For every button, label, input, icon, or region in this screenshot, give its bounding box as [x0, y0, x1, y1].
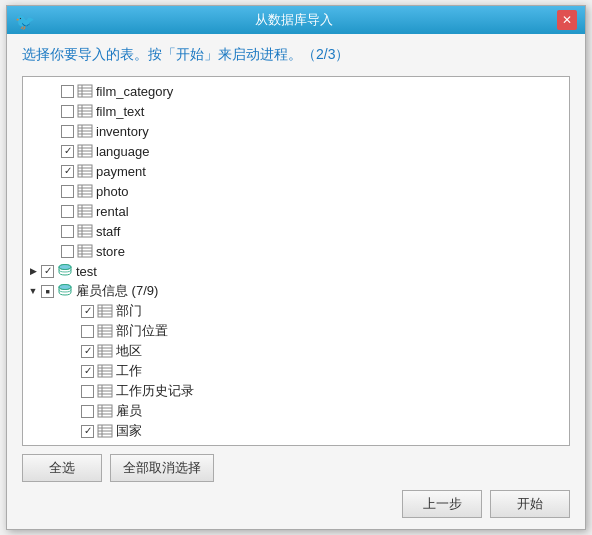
item-label: 工作 — [116, 362, 142, 380]
item-label: rental — [96, 204, 129, 219]
checkbox[interactable] — [81, 365, 94, 378]
list-item[interactable]: 国家 — [23, 421, 569, 441]
content-area: 选择你要导入的表。按「开始」来启动进程。（2/3） film_category … — [7, 34, 585, 530]
instruction-text: 选择你要导入的表。按「开始」来启动进程。（2/3） — [22, 46, 570, 64]
item-label: photo — [96, 184, 129, 199]
checkbox[interactable] — [81, 305, 94, 318]
list-item[interactable]: 部门位置 — [23, 321, 569, 341]
item-label: payment — [96, 164, 146, 179]
table-icon — [97, 344, 113, 358]
table-icon — [97, 324, 113, 338]
table-icon — [77, 244, 93, 258]
selection-buttons: 全选 全部取消选择 — [22, 454, 570, 482]
checkbox[interactable] — [81, 385, 94, 398]
deselect-all-button[interactable]: 全部取消选择 — [110, 454, 214, 482]
table-icon — [77, 184, 93, 198]
svg-point-46 — [59, 265, 71, 270]
main-window: 🐦 从数据库导入 ✕ 选择你要导入的表。按「开始」来启动进程。（2/3） fil… — [6, 5, 586, 530]
list-item[interactable]: store — [23, 241, 569, 261]
collapse-arrow[interactable]: ▼ — [27, 285, 39, 297]
checkbox[interactable] — [81, 425, 94, 438]
checkbox[interactable] — [61, 225, 74, 238]
table-icon — [97, 404, 113, 418]
list-item[interactable]: 工作 — [23, 361, 569, 381]
item-label: 雇员 — [116, 402, 142, 420]
list-item[interactable]: film_text — [23, 101, 569, 121]
svg-point-48 — [59, 285, 71, 290]
checkbox[interactable] — [61, 85, 74, 98]
checkbox[interactable] — [61, 205, 74, 218]
list-item[interactable]: ▶ test — [23, 261, 569, 281]
checkbox[interactable] — [41, 265, 54, 278]
list-item[interactable]: 地区 — [23, 341, 569, 361]
checkbox[interactable] — [81, 325, 94, 338]
table-icon — [77, 224, 93, 238]
checkbox[interactable] — [61, 105, 74, 118]
table-icon — [97, 304, 113, 318]
item-label: film_text — [96, 104, 144, 119]
item-label: 地区 — [116, 342, 142, 360]
table-icon — [97, 424, 113, 438]
select-all-button[interactable]: 全选 — [22, 454, 102, 482]
close-button[interactable]: ✕ — [557, 10, 577, 30]
table-icon — [77, 204, 93, 218]
prev-button[interactable]: 上一步 — [402, 490, 482, 518]
list-item[interactable]: staff — [23, 221, 569, 241]
list-item[interactable]: language — [23, 141, 569, 161]
list-item[interactable]: rental — [23, 201, 569, 221]
checkbox[interactable] — [61, 125, 74, 138]
table-icon — [77, 104, 93, 118]
item-label: staff — [96, 224, 120, 239]
table-tree[interactable]: film_category film_text inventory langua… — [22, 76, 570, 446]
list-item[interactable]: inventory — [23, 121, 569, 141]
list-item[interactable]: 工作历史记录 — [23, 381, 569, 401]
title-bar: 🐦 从数据库导入 ✕ — [7, 6, 585, 34]
checkbox[interactable] — [61, 245, 74, 258]
item-label: 部门位置 — [116, 322, 168, 340]
table-icon — [97, 384, 113, 398]
checkbox[interactable] — [61, 145, 74, 158]
item-label: 国家 — [116, 422, 142, 440]
table-icon — [97, 364, 113, 378]
list-item[interactable]: 雇员 — [23, 401, 569, 421]
checkbox[interactable] — [61, 165, 74, 178]
list-item[interactable]: film_category — [23, 81, 569, 101]
table-icon — [77, 164, 93, 178]
list-item[interactable]: photo — [23, 181, 569, 201]
item-label: inventory — [96, 124, 149, 139]
item-label: test — [76, 264, 97, 279]
db-icon — [57, 264, 73, 278]
list-item[interactable]: 部门 — [23, 301, 569, 321]
app-icon: 🐦 — [15, 12, 31, 28]
item-label: 部门 — [116, 302, 142, 320]
checkbox[interactable] — [41, 285, 54, 298]
checkbox[interactable] — [81, 405, 94, 418]
item-label: store — [96, 244, 125, 259]
list-item[interactable]: payment — [23, 161, 569, 181]
expand-arrow[interactable]: ▶ — [27, 265, 39, 277]
list-item[interactable]: ▼ 雇员信息 (7/9) — [23, 281, 569, 301]
table-icon — [77, 84, 93, 98]
checkbox[interactable] — [61, 185, 74, 198]
bottom-section: 全选 全部取消选择 上一步 开始 — [22, 454, 570, 518]
window-title: 从数据库导入 — [31, 11, 557, 29]
nav-buttons: 上一步 开始 — [22, 490, 570, 518]
item-label: 工作历史记录 — [116, 382, 194, 400]
item-label: film_category — [96, 84, 173, 99]
db-icon — [57, 284, 73, 298]
checkbox[interactable] — [81, 345, 94, 358]
table-icon — [77, 144, 93, 158]
start-button[interactable]: 开始 — [490, 490, 570, 518]
table-icon — [77, 124, 93, 138]
item-label: 雇员信息 (7/9) — [76, 282, 158, 300]
item-label: language — [96, 144, 150, 159]
